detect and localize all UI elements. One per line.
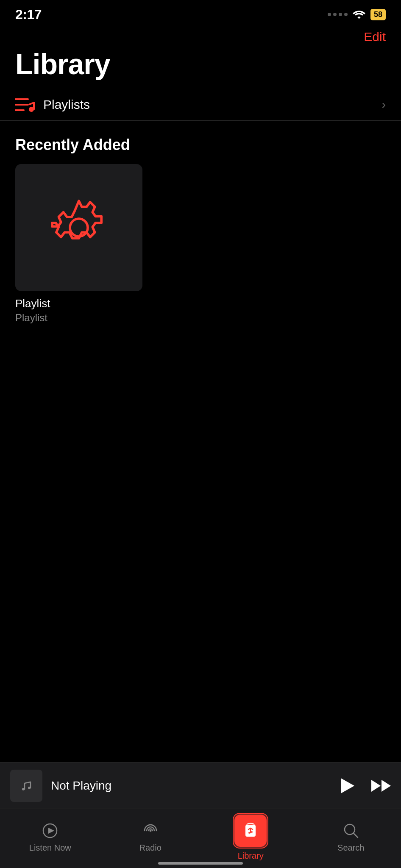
svg-point-13 (251, 831, 253, 833)
svg-point-12 (248, 832, 250, 834)
svg-line-15 (354, 833, 358, 837)
tab-listen-now-label: Listen Now (29, 843, 71, 853)
playlists-left: Playlists (15, 97, 90, 113)
signal-icon (328, 13, 348, 16)
battery-indicator: 58 (370, 9, 386, 20)
album-art (15, 164, 142, 291)
header: Edit (0, 25, 401, 44)
album-item[interactable]: Playlist Playlist (15, 164, 142, 324)
tab-search[interactable]: Search (301, 809, 401, 860)
playlists-row[interactable]: Playlists › (0, 89, 401, 121)
svg-point-6 (22, 788, 25, 790)
home-indicator (158, 862, 243, 865)
tab-search-label: Search (337, 843, 364, 853)
edit-button[interactable]: Edit (364, 30, 386, 44)
album-subtitle: Playlist (15, 312, 142, 324)
status-time: 2:17 (15, 7, 42, 22)
mini-player-controls (339, 777, 391, 794)
radio-icon (141, 821, 160, 840)
mini-player-title: Not Playing (51, 779, 339, 793)
albums-grid: Playlist Playlist (0, 164, 401, 324)
status-bar: 2:17 58 (0, 0, 401, 25)
search-icon (341, 821, 361, 840)
tab-radio-label: Radio (139, 843, 162, 853)
playlists-label: Playlists (43, 97, 90, 112)
page-title: Library (0, 44, 401, 89)
play-icon (341, 778, 354, 793)
listen-now-icon (40, 821, 60, 840)
tab-listen-now[interactable]: Listen Now (0, 809, 100, 860)
status-icons: 58 (328, 9, 386, 20)
recently-added-section-title: Recently Added (0, 121, 401, 164)
svg-marker-9 (48, 828, 54, 834)
chevron-right-icon: › (382, 98, 386, 111)
mini-player-art (10, 770, 42, 802)
fast-forward-icon (371, 780, 381, 792)
tab-library[interactable]: Library (200, 809, 301, 860)
library-icon-border (233, 813, 268, 849)
play-button[interactable] (339, 777, 356, 794)
tab-radio[interactable]: Radio (100, 809, 201, 860)
fast-forward-button[interactable] (371, 780, 391, 792)
svg-point-7 (28, 787, 31, 789)
playlist-icon (15, 97, 35, 113)
svg-point-10 (149, 830, 151, 832)
album-title: Playlist (15, 297, 142, 310)
mini-player[interactable]: Not Playing (0, 762, 401, 809)
tab-bar: Listen Now Radio (0, 809, 401, 868)
tab-library-label: Library (238, 851, 264, 861)
wifi-icon (353, 10, 365, 19)
library-icon (234, 815, 267, 847)
fast-forward-icon-2 (382, 780, 391, 792)
